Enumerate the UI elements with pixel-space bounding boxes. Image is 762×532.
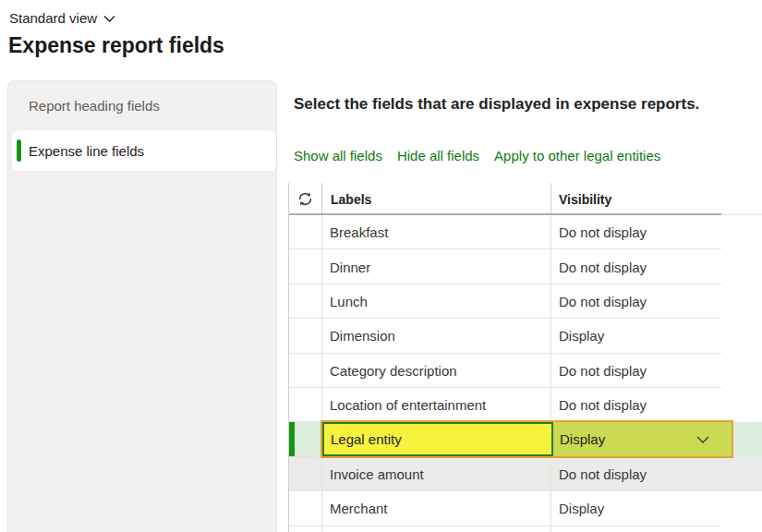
column-header-labels[interactable]: Labels bbox=[322, 183, 551, 215]
chevron-down-icon bbox=[103, 15, 115, 23]
table-row[interactable] bbox=[289, 526, 762, 532]
table-row[interactable]: Location of entertainment Do not display… bbox=[289, 388, 762, 422]
chevron-down-icon bbox=[696, 435, 709, 443]
label-text: Location of entertainment bbox=[330, 397, 486, 413]
table-row[interactable]: Merchant Display Merchant Display bbox=[289, 491, 762, 526]
label-cell[interactable]: Dinner bbox=[322, 249, 551, 284]
row-filler bbox=[720, 284, 762, 319]
label-text: Category description bbox=[330, 363, 457, 379]
row-select-gutter[interactable] bbox=[289, 457, 322, 491]
visibility-dropdown[interactable]: Display bbox=[553, 422, 732, 456]
label-text: Invoice amount bbox=[330, 466, 424, 482]
row-select-gutter[interactable] bbox=[289, 284, 322, 319]
visibility-cell[interactable]: Display bbox=[551, 319, 720, 353]
table-row[interactable]: Dinner Do not display Dinner Do not disp… bbox=[289, 249, 762, 284]
label-text: Merchant bbox=[330, 501, 388, 516]
column-header-visibility[interactable]: Visibility bbox=[551, 183, 762, 215]
visibility-cell[interactable]: Do not display bbox=[551, 249, 720, 284]
apply-to-other-legal-entities-link[interactable]: Apply to other legal entities bbox=[494, 148, 660, 163]
refresh-icon bbox=[297, 191, 313, 207]
app-window: Standard view Expense report fields Repo… bbox=[0, 0, 762, 532]
label-cell[interactable]: Invoice amount bbox=[322, 457, 551, 491]
label-cell[interactable]: Dimension bbox=[322, 319, 551, 353]
label-text: Lunch bbox=[330, 294, 368, 309]
visibility-text: Display bbox=[559, 328, 604, 344]
row-filler bbox=[720, 526, 762, 532]
label-cell[interactable]: Category description bbox=[322, 354, 551, 388]
hide-all-fields-link[interactable]: Hide all fields bbox=[397, 148, 479, 163]
visibility-text: Display bbox=[559, 501, 604, 516]
table-row[interactable]: Lunch Do not display Lunch Do not displa… bbox=[289, 284, 762, 319]
view-selector-label: Standard view bbox=[9, 10, 97, 26]
label-text: Breakfast bbox=[330, 224, 388, 240]
row-filler bbox=[720, 388, 762, 422]
row-select-gutter[interactable] bbox=[289, 354, 322, 388]
visibility-text: Do not display bbox=[559, 294, 647, 309]
label-text: Legal entity bbox=[331, 431, 402, 447]
row-selected-indicator bbox=[289, 422, 295, 456]
visibility-cell[interactable] bbox=[551, 526, 720, 532]
selected-indicator bbox=[17, 139, 21, 162]
row-select-gutter[interactable] bbox=[289, 388, 322, 422]
sidebar-item-expense-line-fields[interactable]: Expense line fields bbox=[12, 130, 276, 171]
visibility-cell[interactable]: Do not display bbox=[551, 284, 720, 319]
sidebar: Report heading fields Expense line field… bbox=[7, 80, 277, 532]
action-links: Show all fields Hide all fields Apply to… bbox=[294, 148, 660, 163]
refresh-button[interactable] bbox=[289, 183, 322, 215]
visibility-text: Display bbox=[560, 431, 605, 447]
label-cell[interactable]: Merchant bbox=[322, 491, 551, 526]
row-filler bbox=[720, 457, 762, 491]
row-filler bbox=[720, 215, 762, 249]
sidebar-item-report-heading-fields[interactable]: Report heading fields bbox=[8, 81, 276, 129]
visibility-text: Do not display bbox=[559, 224, 647, 240]
table-row[interactable]: Breakfast Do not display Breakfast Do no… bbox=[289, 215, 762, 249]
row-select-gutter[interactable] bbox=[289, 526, 322, 532]
label-cell[interactable]: Lunch bbox=[322, 284, 551, 319]
label-cell[interactable]: Breakfast bbox=[322, 215, 551, 249]
row-select-gutter[interactable] bbox=[289, 215, 322, 249]
visibility-text: Do not display bbox=[559, 363, 647, 379]
label-text: Dinner bbox=[330, 260, 370, 275]
instruction-text: Select the fields that are displayed in … bbox=[294, 95, 699, 114]
row-filler bbox=[720, 354, 762, 388]
row-select-gutter[interactable] bbox=[289, 422, 322, 456]
highlight-overlay: Legal entity Display bbox=[321, 420, 733, 458]
row-select-gutter[interactable] bbox=[289, 319, 322, 353]
label-cell[interactable] bbox=[322, 526, 551, 532]
sidebar-item-label: Report heading fields bbox=[29, 98, 160, 114]
visibility-cell[interactable]: Do not display bbox=[551, 354, 720, 388]
label-cell[interactable]: Location of entertainment bbox=[322, 388, 551, 422]
visibility-cell[interactable]: Do not display bbox=[551, 457, 720, 491]
table-row[interactable]: Dimension Display Dimension Display bbox=[289, 319, 762, 353]
visibility-text: Do not display bbox=[559, 466, 647, 482]
fields-grid: Labels Visibility Breakfast Do not displ… bbox=[288, 183, 762, 532]
table-row[interactable]: Category description Do not display Cate… bbox=[289, 354, 762, 388]
label-cell-highlighted[interactable]: Legal entity bbox=[322, 422, 553, 456]
sidebar-item-label: Expense line fields bbox=[29, 143, 144, 159]
row-select-gutter[interactable] bbox=[289, 491, 322, 526]
visibility-text: Do not display bbox=[559, 260, 647, 275]
visibility-cell[interactable]: Do not display bbox=[551, 388, 720, 422]
page-title: Expense report fields bbox=[8, 33, 224, 58]
row-filler bbox=[720, 249, 762, 284]
show-all-fields-link[interactable]: Show all fields bbox=[294, 148, 382, 163]
row-select-gutter[interactable] bbox=[289, 249, 322, 284]
table-row[interactable]: Legal entity Display Legal entity Displa… bbox=[289, 422, 762, 456]
grid-rows: Breakfast Do not display Breakfast Do no… bbox=[289, 215, 762, 532]
table-row[interactable]: Invoice amount Do not display Invoice am… bbox=[289, 457, 762, 491]
label-text: Dimension bbox=[330, 328, 395, 344]
visibility-cell[interactable]: Display bbox=[551, 491, 720, 526]
view-selector[interactable]: Standard view bbox=[9, 10, 115, 26]
visibility-text: Do not display bbox=[559, 397, 647, 413]
row-filler bbox=[720, 319, 762, 353]
visibility-cell[interactable]: Do not display bbox=[551, 215, 720, 249]
row-filler bbox=[720, 491, 762, 526]
grid-header-row: Labels Visibility bbox=[289, 183, 762, 215]
